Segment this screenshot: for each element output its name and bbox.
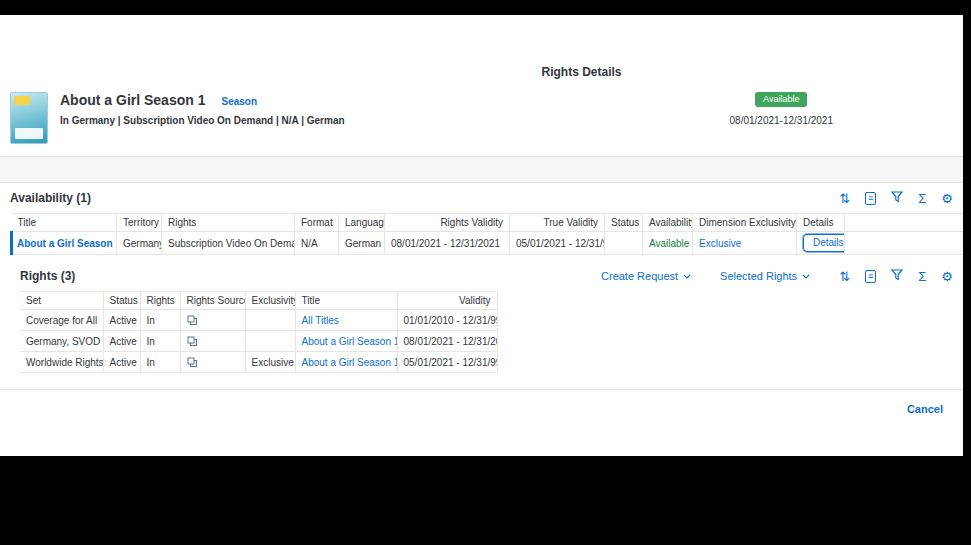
sort-icon[interactable]: ⇅ <box>839 192 850 205</box>
cell-true-validity: 05/01/2021 - 12/31/9999 <box>510 232 605 255</box>
col-rights: Rights <box>140 292 180 310</box>
availability-section-bar: Availability (1) ⇅ ≡ Σ ⚙ <box>0 183 963 213</box>
availability-row[interactable]: About a Girl Season 1 Germany Subscripti… <box>12 232 964 255</box>
cell-rights: In <box>140 310 180 331</box>
header-divider-band <box>0 156 963 183</box>
availability-section-title: Availability (1) <box>10 191 91 205</box>
rights-source-icon <box>187 336 198 347</box>
cell-rights: In <box>140 331 180 352</box>
cell-validity: 05/01/2021 - 12/31/9999 <box>397 352 497 373</box>
cell-details: Details <box>797 232 845 255</box>
cell-rights-source <box>180 352 245 373</box>
col-availability: Availability <box>643 214 693 232</box>
cell-territory: Germany <box>117 232 162 255</box>
col-set: Set <box>20 292 103 310</box>
selected-rights-label: Selected Rights <box>720 270 797 282</box>
rights-row[interactable]: Worldwide Rights Active In Exclusive Abo… <box>20 352 497 373</box>
rights-details-dialog: Rights Details About a Girl Season 1 Sea… <box>0 15 963 456</box>
cell-title: About a Girl Season 1 <box>12 232 117 255</box>
object-header: About a Girl Season 1 Season In Germany … <box>0 79 963 144</box>
rights-table: Set Status Rights Rights Source Exclusiv… <box>20 291 498 373</box>
dialog-title-text: Rights Details <box>541 65 621 79</box>
cell-set: Germany, SVOD <box>20 331 103 352</box>
rights-section-bar: Rights (3) Create Request Selected Right… <box>0 261 963 291</box>
cell-set: Worldwide Rights <box>20 352 103 373</box>
cell-rights: In <box>140 352 180 373</box>
col-dimension-exclusivity: Dimension Exclusivity <box>693 214 797 232</box>
availability-table: Title Territory Rights Format Language R… <box>10 213 963 255</box>
object-header-status: Available 08/01/2021-12/31/2021 <box>730 92 833 126</box>
details-button[interactable]: Details <box>803 234 845 252</box>
cell-title: All Titles <box>295 310 397 331</box>
selected-rights-button[interactable]: Selected Rights <box>720 270 810 282</box>
cell-status <box>605 232 643 255</box>
gear-icon[interactable]: ⚙ <box>941 192 953 205</box>
col-language: Language <box>339 214 385 232</box>
sum-icon[interactable]: Σ <box>918 192 926 205</box>
col-format: Format <box>295 214 339 232</box>
cell-validity: 08/01/2021 - 12/31/2024 <box>397 331 497 352</box>
col-status: Status <box>103 292 140 310</box>
object-subtitle: In Germany | Subscription Video On Deman… <box>60 115 345 126</box>
rights-row[interactable]: Coverage for All Active In All Titles 01… <box>20 310 497 331</box>
sum-icon[interactable]: Σ <box>918 270 926 283</box>
create-request-label: Create Request <box>601 270 678 282</box>
cell-validity: 01/01/2010 - 12/31/9999 <box>397 310 497 331</box>
col-title: Title <box>295 292 397 310</box>
col-true-validity: True Validity <box>510 214 605 232</box>
title-link[interactable]: About a Girl Season 1 <box>302 357 398 368</box>
create-request-button[interactable]: Create Request <box>601 270 691 282</box>
title-link[interactable]: All Titles <box>302 315 339 326</box>
filter-icon[interactable] <box>891 269 903 283</box>
view-settings-icon[interactable]: ≡ <box>865 270 876 283</box>
col-validity: Validity <box>397 292 497 310</box>
cell-language: German <box>339 232 385 255</box>
cell-availability: Available <box>643 232 693 255</box>
cell-title: About a Girl Season 1 <box>295 331 397 352</box>
validity-range: 08/01/2021-12/31/2021 <box>730 115 833 126</box>
col-status: Status <box>605 214 643 232</box>
poster-image <box>10 92 48 144</box>
cell-format: N/A <box>295 232 339 255</box>
gear-icon[interactable]: ⚙ <box>941 270 953 283</box>
rights-source-icon <box>187 315 198 326</box>
sort-icon[interactable]: ⇅ <box>839 270 850 283</box>
cell-filler <box>845 232 964 255</box>
cell-exclusivity: Exclusive <box>245 352 295 373</box>
chevron-down-icon <box>683 274 691 279</box>
cell-status: Active <box>103 331 140 352</box>
dialog-footer: Cancel <box>0 389 963 417</box>
title-link[interactable]: About a Girl Season 1 <box>17 238 117 249</box>
cell-title: About a Girl Season 1 <box>295 352 397 373</box>
col-exclusivity: Exclusivity <box>245 292 295 310</box>
availability-header-row: Title Territory Rights Format Language R… <box>12 214 964 232</box>
col-rights: Rights <box>162 214 295 232</box>
cell-dimension-exclusivity: Exclusive <box>693 232 797 255</box>
cell-status: Active <box>103 310 140 331</box>
cell-rights-source <box>180 310 245 331</box>
filter-icon[interactable] <box>891 191 903 205</box>
col-details: Details <box>797 214 845 232</box>
cell-set: Coverage for All <box>20 310 103 331</box>
rights-row[interactable]: Germany, SVOD Active In About a Girl Sea… <box>20 331 497 352</box>
cell-exclusivity <box>245 310 295 331</box>
chevron-down-icon <box>802 274 810 279</box>
col-territory: Territory <box>117 214 162 232</box>
col-title: Title <box>12 214 117 232</box>
rights-header-row: Set Status Rights Rights Source Exclusiv… <box>20 292 497 310</box>
col-rights-validity: Rights Validity <box>385 214 510 232</box>
cell-rights: Subscription Video On Demand <box>162 232 295 255</box>
col-rights-source: Rights Source <box>180 292 245 310</box>
col-filler <box>845 214 964 232</box>
dialog-title: Rights Details <box>0 15 963 79</box>
status-badge: Available <box>755 92 807 107</box>
cell-status: Active <box>103 352 140 373</box>
title-link[interactable]: About a Girl Season 1 <box>302 336 398 347</box>
rights-toolbar: Create Request Selected Rights ⇅ ≡ Σ ⚙ <box>601 269 953 283</box>
rights-section-title: Rights (3) <box>20 269 75 283</box>
cell-rights-validity: 08/01/2021 - 12/31/2021 <box>385 232 510 255</box>
object-header-text: About a Girl Season 1 Season In Germany … <box>60 92 345 126</box>
cancel-button[interactable]: Cancel <box>907 403 943 415</box>
rights-source-icon <box>187 357 198 368</box>
view-settings-icon[interactable]: ≡ <box>865 192 876 205</box>
